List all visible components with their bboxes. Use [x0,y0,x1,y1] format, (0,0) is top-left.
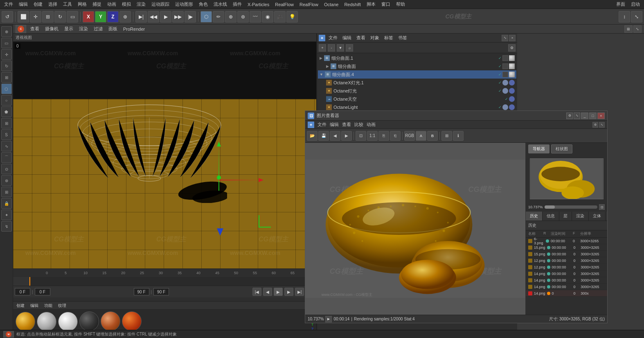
rp-view[interactable]: 查看 [355,34,367,42]
history-row-5[interactable]: 12.png 00:00:00 0 3000×3265 [526,264,607,270]
rp-object[interactable]: 对象 [369,34,381,42]
menu-create[interactable]: 创建 [31,0,45,8]
undo-button[interactable]: ↺ [2,11,13,23]
menu-snap[interactable]: 捕捉 [90,0,104,8]
dlg-tb-btn[interactable]: ⚙ [592,122,598,128]
pen-button[interactable]: ✏ [213,11,224,23]
sidebar-cube-icon[interactable]: ⬡ [1,83,12,94]
toolbar-prorender[interactable]: ProRender [122,26,146,32]
dlg-file[interactable]: 文件 [317,122,327,128]
menu-tools[interactable]: 工具 [61,0,74,8]
menu-simulate[interactable]: 模拟 [119,0,133,8]
sidebar-pen-icon[interactable]: S [1,129,12,140]
menu-redshift[interactable]: Redshift [342,1,363,8]
scene-item-octane-light1[interactable]: ★ OctaneX灯光.1 ✓ [324,79,516,87]
nav-tab-navigator[interactable]: 导航器 [528,144,549,153]
rotate-button[interactable]: ↻ [54,11,66,23]
menu-select[interactable]: 选择 [46,0,60,8]
layout-btn[interactable]: ⊞ [624,25,633,33]
menu-startup[interactable]: 启动 [628,0,642,8]
sidebar-move-icon[interactable]: ✛ [1,49,12,60]
menu-render[interactable]: 渲染 [134,0,148,8]
keyframe-button[interactable]: ▶| [135,11,147,23]
sidebar-light-icon[interactable]: ✦ [1,210,12,220]
toolbar-view[interactable]: 查看 [29,25,41,33]
scene-new-btn[interactable]: + [319,44,326,52]
sidebar-scale-icon[interactable]: ⊞ [1,72,12,83]
prev-key-button[interactable]: ◀◀ [148,11,159,23]
status-nav-btn[interactable]: ▶ [325,316,332,322]
scene-search-btn[interactable]: ⌕ [346,44,353,52]
mat-create[interactable]: 创建 [15,303,26,309]
menu-octane[interactable]: Octane [322,1,341,8]
sidebar-lock-icon[interactable]: 🔒 [1,198,12,209]
menu-file[interactable]: 文件 [2,0,16,8]
dlg-tb-channels[interactable]: RGB [404,131,415,141]
end-frame-input[interactable] [134,288,149,295]
viewport-canvas[interactable]: www.CGMXW.com www.CGMXW.com www.CGMXW.co… [13,42,316,268]
history-row-2[interactable]: 15.png 00:00:00 0 3000×3265 [526,244,607,251]
toolbar-panel[interactable]: 面板 [107,25,119,33]
axis-y-button[interactable]: Y [95,11,106,23]
tab-render[interactable]: 渲染 [572,212,589,221]
history-row-3[interactable]: 15.png 00:00:00 0 3000×3265 [526,251,607,257]
current-frame-input[interactable] [15,288,30,295]
toolbar-camera[interactable]: 摄像机 [43,25,60,33]
play-button[interactable]: ▶ [160,11,171,23]
expand-btn[interactable]: ⤡ [631,11,642,23]
menu-edit[interactable]: 编辑 [16,0,30,8]
scene-item-octane-light2[interactable]: ★ Octane灯光 ✓ [324,87,516,95]
next-frame-btn[interactable]: ▶ [284,288,293,296]
dlg-tb-next[interactable]: ▶ [341,131,352,141]
dialog-minimize-btn[interactable]: _ [581,113,588,119]
c4d-icon[interactable]: C [16,25,26,33]
axis-z-button[interactable]: Z [107,11,119,23]
history-row-6[interactable]: 14.png 00:00:00 0 3000×3265 [526,270,607,277]
scene-item-subdivide1[interactable]: ▶ ⊞ 细分曲面.1 ✓ [318,54,516,62]
zoom-fit-btn[interactable]: ⊡ [599,204,605,210]
menu-realflow1[interactable]: RealFlow [272,1,296,8]
history-row-4[interactable]: 12.png 00:00:00 0 3000×3265 [526,257,607,264]
check-4[interactable]: ✓ [498,81,502,85]
menu-xparticles[interactable]: X-Particles [245,1,272,8]
sidebar-polygon-icon[interactable]: ⬟ [1,106,12,117]
menu-interface[interactable]: 界面 [614,0,628,8]
scale-button[interactable]: ⊞ [42,11,54,23]
scene-settings-btn[interactable]: ⚙ [508,44,516,52]
sidebar-model-icon[interactable]: ⊕ [1,26,12,37]
dlg-animate[interactable]: 动画 [367,122,376,128]
menu-window[interactable]: 窗口 [379,0,393,8]
light-button[interactable]: 💡 [286,11,298,23]
tab-layer[interactable]: 层 [559,212,572,221]
prev-frame-btn[interactable]: ◀ [263,288,272,296]
dlg-tb-zoom-1[interactable]: 1:1 [367,131,378,141]
dlg-compare[interactable]: 比较 [354,122,363,128]
deform-button[interactable]: 〰 [250,11,261,23]
history-row-9[interactable]: 14.png 0 0 300x [526,290,607,297]
rp-edit[interactable]: 编辑 [341,34,353,42]
rect-select-button[interactable]: ▭ [67,11,78,23]
check-1[interactable]: ✓ [498,56,502,60]
dlg-tb-ab[interactable]: B [427,131,438,141]
scene-delete-btn[interactable]: - [328,44,335,52]
history-row-7[interactable]: 14.png 00:00:00 0 3000×3265 [526,277,607,284]
dlg-tb-save[interactable]: 💾 [318,131,329,141]
menu-realflow2[interactable]: RealFlow [297,1,321,8]
dialog-maximize-btn[interactable]: □ [589,113,597,119]
toolbar-render[interactable]: 渲染 [77,25,90,33]
menu-plugins[interactable]: 插件 [230,0,244,8]
history-row-8[interactable]: 14.png 00:00:00 0 3000×3265 [526,284,607,290]
menu-help[interactable]: 帮助 [394,0,408,8]
tab-stereo[interactable]: 立体 [589,212,606,221]
move-tool[interactable]: ↕ [619,11,630,23]
scene-filter-btn[interactable]: ▼ [337,44,344,52]
menu-mograph[interactable]: 运动图形 [173,0,196,8]
history-row-1[interactable]: 6-3.png 00:00:00 0 3000×3265 [526,238,607,244]
dlg-tb-info[interactable]: ℹ [453,131,464,141]
expand-btn[interactable]: ⤡ [633,25,642,33]
dlg-tb-open[interactable]: 📂 [307,131,317,141]
dlg-tb-region[interactable]: ⊞ [441,131,452,141]
dialog-expand-btn[interactable]: ⤡ [574,113,580,119]
camera-button[interactable]: 🎥 [274,11,286,23]
check-7[interactable]: ✓ [498,105,502,109]
